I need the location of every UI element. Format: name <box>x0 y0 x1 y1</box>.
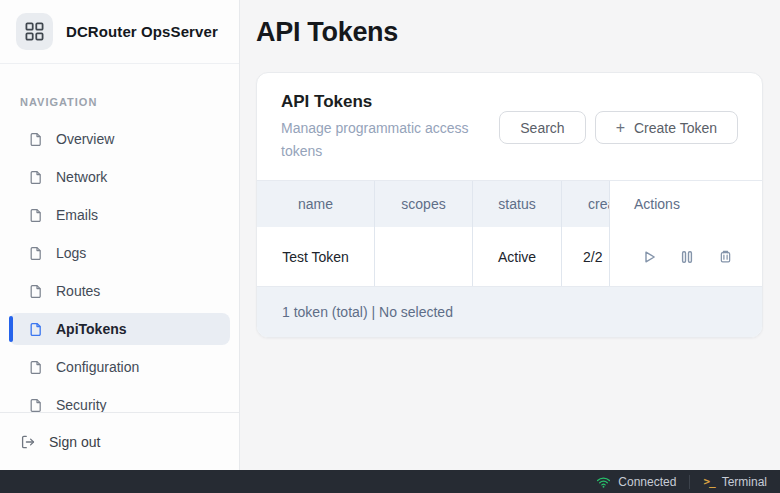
document-icon <box>28 208 43 223</box>
cell-token-status: Active <box>473 227 562 286</box>
sidebar-item-configuration[interactable]: Configuration <box>9 351 230 383</box>
table-footer-summary: 1 token (total) | No selected <box>257 287 762 337</box>
sidebar-item-label: ApiTokens <box>56 321 127 337</box>
brand: DCRouter OpsServer <box>0 0 239 64</box>
sidebar-item-label: Logs <box>56 245 86 261</box>
cell-token-created: 2/2 <box>562 227 610 286</box>
document-icon <box>28 170 43 185</box>
cell-token-scopes <box>375 227 473 286</box>
sidebar-item-label: Emails <box>56 207 98 223</box>
create-token-label: Create Token <box>634 120 717 136</box>
brand-name: DCRouter OpsServer <box>66 23 218 40</box>
sidebar-item-network[interactable]: Network <box>9 161 230 193</box>
play-token-button[interactable] <box>640 248 658 266</box>
search-button-label: Search <box>520 120 564 136</box>
create-token-button[interactable]: + Create Token <box>595 111 738 144</box>
sidebar-nav: NAVIGATION Overview Network Emails Logs … <box>0 64 239 412</box>
col-header-actions: Actions <box>610 181 762 227</box>
col-header-status: status <box>473 181 562 227</box>
sidebar-item-label: Routes <box>56 283 100 299</box>
table-header-row: name scopes status created Actions <box>257 181 762 227</box>
document-icon <box>28 284 43 299</box>
col-header-scopes: scopes <box>375 181 473 227</box>
status-bar: Connected >_ Terminal <box>0 470 780 493</box>
panel-title: API Tokens <box>281 92 493 112</box>
sidebar-item-apitokens[interactable]: ApiTokens <box>9 313 230 345</box>
pause-token-button[interactable] <box>678 248 696 266</box>
connection-status: Connected <box>583 470 689 493</box>
sign-out-button[interactable]: Sign out <box>0 412 239 470</box>
active-indicator-bar <box>9 316 13 342</box>
panel-header: API Tokens Manage programmatic access to… <box>257 73 762 180</box>
api-tokens-panel: API Tokens Manage programmatic access to… <box>256 72 763 338</box>
col-header-created: created <box>562 181 610 227</box>
search-button[interactable]: Search <box>499 111 585 144</box>
page-title: API Tokens <box>256 15 764 49</box>
play-icon <box>640 248 658 266</box>
document-icon <box>28 132 43 147</box>
nav-section-label: NAVIGATION <box>0 96 239 108</box>
panel-header-text: API Tokens Manage programmatic access to… <box>281 92 493 163</box>
sidebar-item-logs[interactable]: Logs <box>9 237 230 269</box>
main-content: API Tokens API Tokens Manage programmati… <box>240 0 780 470</box>
pause-icon <box>678 248 696 266</box>
panel-subtitle: Manage programmatic access tokens <box>281 117 493 163</box>
app-logo-grid-icon <box>16 13 53 50</box>
document-icon <box>28 246 43 261</box>
connection-status-label: Connected <box>618 475 676 489</box>
table-row[interactable]: Test Token Active 2/2 <box>257 227 762 287</box>
panel-actions: Search + Create Token <box>499 111 738 144</box>
sidebar-item-label: Security <box>56 397 107 412</box>
trash-icon <box>717 248 734 265</box>
sidebar-item-emails[interactable]: Emails <box>9 199 230 231</box>
sidebar-item-routes[interactable]: Routes <box>9 275 230 307</box>
sidebar-item-overview[interactable]: Overview <box>9 123 230 155</box>
delete-token-button[interactable] <box>716 248 734 266</box>
col-header-name: name <box>257 181 375 227</box>
plus-icon: + <box>616 120 625 136</box>
document-icon <box>28 360 43 375</box>
sidebar-item-label: Configuration <box>56 359 139 375</box>
cell-token-name: Test Token <box>257 227 375 286</box>
document-icon <box>28 322 43 337</box>
terminal-toggle[interactable]: >_ Terminal <box>690 470 780 493</box>
sign-out-icon <box>20 434 36 450</box>
sidebar-item-security[interactable]: Security <box>9 389 230 412</box>
wifi-icon <box>596 476 611 488</box>
sidebar: DCRouter OpsServer NAVIGATION Overview N… <box>0 0 240 470</box>
tokens-table: name scopes status created Actions Test … <box>257 180 762 287</box>
cell-token-actions <box>610 227 762 286</box>
document-icon <box>28 398 43 413</box>
sidebar-item-label: Overview <box>56 131 114 147</box>
terminal-icon: >_ <box>703 475 714 488</box>
sidebar-item-label: Network <box>56 169 107 185</box>
sign-out-label: Sign out <box>49 434 100 450</box>
terminal-label: Terminal <box>722 475 767 489</box>
